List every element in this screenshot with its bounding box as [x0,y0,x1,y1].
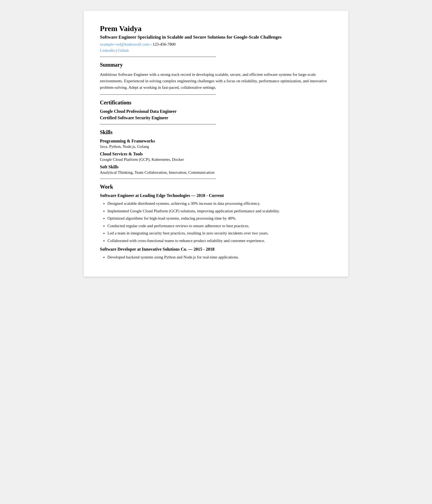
skill-category-2-name: Cloud Services & Tools [100,152,332,156]
phone-number: 123-456-7800 [153,42,176,46]
list-item: Designed scalable distributed systems, a… [107,200,332,207]
cert-item-1: Google Cloud Professional Data Engineer [100,109,332,114]
social-links: LinkedIn | Github [100,48,332,53]
certifications-divider [100,124,216,124]
cert-item-2: Certified Software Security Engineer [100,115,332,120]
work-entry-1-title: Software Engineer at Leading Edge Techno… [100,193,332,198]
list-item: Developed backend systems using Python a… [107,254,332,261]
linkedin-link[interactable]: LinkedIn [100,48,115,53]
skill-category-3-items: Analytical Thinking, Team Collaboration,… [100,170,332,175]
candidate-name: Prem Vaidya [100,24,332,33]
work-entry-2-title: Software Developer at Innovative Solutio… [100,247,332,252]
work-title: Work [100,184,332,190]
skill-category-2: Cloud Services & Tools Google Cloud Plat… [100,152,332,162]
work-entry-1: Software Engineer at Leading Edge Techno… [100,193,332,244]
header: Prem Vaidya Software Engineer Specializi… [100,24,332,53]
skill-category-1-name: Programming & Frameworks [100,139,332,144]
resume-container: Prem Vaidya Software Engineer Specializi… [84,11,348,277]
skills-section: Skills Programming & Frameworks Java, Py… [100,129,332,175]
candidate-title: Software Engineer Specializing in Scalab… [100,35,332,40]
list-item: Led a team in integrating security best … [107,230,332,237]
work-section: Work Software Engineer at Leading Edge T… [100,184,332,261]
summary-section: Summary Ambitious Software Engineer with… [100,62,332,91]
work-entry-1-bullets: Designed scalable distributed systems, a… [100,200,332,244]
list-item: Collaborated with cross-functional teams… [107,237,332,244]
links-separator: | [116,48,118,53]
phone-separator: - [150,42,153,46]
summary-body: Ambitious Software Engineer with a stron… [100,71,332,91]
certifications-title: Certifications [100,100,332,106]
skill-category-3: Soft Skills Analytical Thinking, Team Co… [100,165,332,175]
skills-title: Skills [100,129,332,135]
github-link[interactable]: Github [118,48,129,53]
summary-divider [100,94,216,95]
list-item: Implemented Google Cloud Platform (GCP) … [107,208,332,215]
work-entry-2: Software Developer at Innovative Solutio… [100,247,332,261]
skill-category-1: Programming & Frameworks Java, Python, N… [100,139,332,149]
list-item: Conducted regular code and performance r… [107,223,332,230]
skill-category-2-items: Google Cloud Platform (GCP), Kubernetes,… [100,157,332,162]
contact-line: example+wd@kudoswall.com - 123-456-7800 [100,42,332,47]
certifications-section: Certifications Google Cloud Professional… [100,100,332,120]
list-item: Optimized algorithms for high-load syste… [107,215,332,222]
summary-title: Summary [100,62,332,68]
skill-category-3-name: Soft Skills [100,165,332,169]
email-link[interactable]: example+wd@kudoswall.com [100,42,149,46]
header-divider [100,57,216,57]
work-entry-2-bullets: Developed backend systems using Python a… [100,254,332,261]
skills-divider [100,179,216,179]
skill-category-1-items: Java, Python, Node.js, Golang [100,144,332,149]
